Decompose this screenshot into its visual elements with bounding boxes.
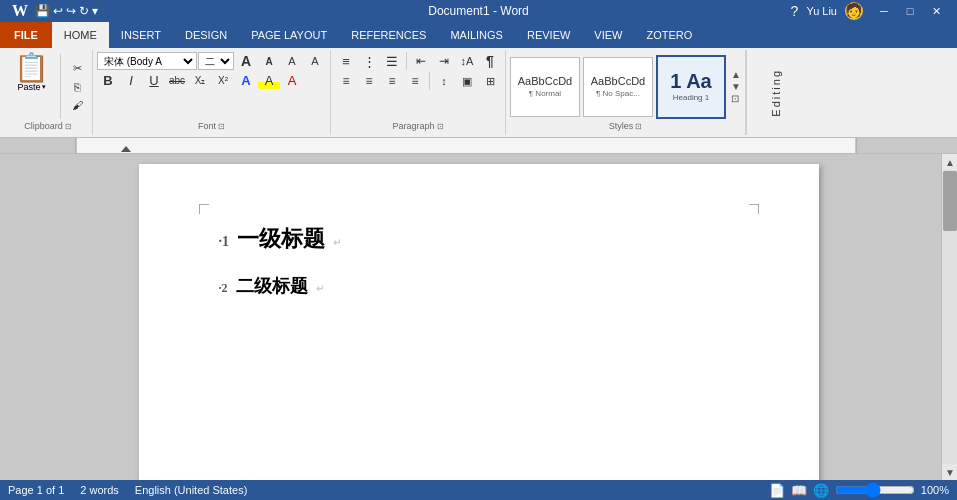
underline-button[interactable]: U bbox=[143, 71, 165, 89]
para-row1: ≡ ⋮ ☰ ⇤ ⇥ ↕A ¶ bbox=[335, 52, 501, 70]
align-left-button[interactable]: ≡ bbox=[335, 72, 357, 90]
ribbon-tabs: FILE HOME INSERT DESIGN PAGE LAYOUT REFE… bbox=[0, 22, 957, 48]
customize-quick-btn[interactable]: ▾ bbox=[92, 4, 98, 18]
tab-design[interactable]: DESIGN bbox=[173, 22, 239, 48]
styles-scroll-up[interactable]: ▲ bbox=[731, 69, 741, 80]
subscript-button[interactable]: X₂ bbox=[189, 71, 211, 89]
styles-expand-icon[interactable]: ⊡ bbox=[635, 122, 642, 131]
paste-button[interactable]: 📋 Paste ▾ bbox=[8, 52, 55, 121]
view-web-button[interactable]: 🌐 bbox=[813, 483, 829, 498]
window-controls: ─ □ ✕ bbox=[871, 0, 949, 22]
vertical-scrollbar[interactable]: ▲ ▼ bbox=[941, 154, 957, 480]
ruler-area bbox=[0, 138, 957, 154]
styles-label: Styles ⊡ bbox=[609, 121, 643, 133]
justify-button[interactable]: ≡ bbox=[404, 72, 426, 90]
minimize-button[interactable]: ─ bbox=[871, 0, 897, 22]
zoom-slider[interactable] bbox=[835, 484, 915, 496]
maximize-button[interactable]: □ bbox=[897, 0, 923, 22]
heading1-text: 一级标题 bbox=[237, 224, 325, 254]
svg-rect-1 bbox=[16, 138, 76, 153]
sort-button[interactable]: ↕A bbox=[456, 52, 478, 70]
text-highlight-button[interactable]: A bbox=[304, 52, 326, 70]
font-expand-icon[interactable]: ⊡ bbox=[218, 122, 225, 131]
style-no-spacing[interactable]: AaBbCcDd ¶ No Spac... bbox=[583, 57, 653, 117]
tab-file[interactable]: FILE bbox=[0, 22, 52, 48]
numbering-button[interactable]: ⋮ bbox=[358, 52, 380, 70]
align-center-button[interactable]: ≡ bbox=[358, 72, 380, 90]
copy-button[interactable]: ⎘ bbox=[66, 78, 88, 96]
word-count: 2 words bbox=[80, 484, 119, 496]
help-button[interactable]: ? bbox=[791, 3, 799, 19]
tab-mailings[interactable]: MAILINGS bbox=[438, 22, 515, 48]
style-nospace-name: ¶ No Spac... bbox=[596, 89, 640, 98]
bold-button[interactable]: B bbox=[97, 71, 119, 89]
line-spacing-button[interactable]: ↕ bbox=[433, 72, 455, 90]
font-format-row: B I U abc X₂ X² A A A bbox=[97, 71, 303, 89]
font-size-select[interactable]: 二号 bbox=[198, 52, 234, 70]
vertical-ruler bbox=[0, 154, 16, 480]
font-shrink-button[interactable]: A bbox=[258, 52, 280, 70]
scroll-thumb[interactable] bbox=[943, 171, 957, 231]
tab-view[interactable]: VIEW bbox=[582, 22, 634, 48]
heading2[interactable]: ·2 二级标题 ↵ bbox=[219, 274, 739, 298]
border-button[interactable]: ⊞ bbox=[479, 72, 501, 90]
superscript-button[interactable]: X² bbox=[212, 71, 234, 89]
decrease-indent-button[interactable]: ⇤ bbox=[410, 52, 432, 70]
close-button[interactable]: ✕ bbox=[923, 0, 949, 22]
style-heading1[interactable]: 1 Aa Heading 1 bbox=[656, 55, 726, 119]
format-painter-button[interactable]: 🖌 bbox=[66, 96, 88, 114]
heading1[interactable]: ·1 一级标题 ↵ bbox=[219, 224, 739, 254]
multilevel-button[interactable]: ☰ bbox=[381, 52, 403, 70]
show-formatting-button[interactable]: ¶ bbox=[479, 52, 501, 70]
tab-home[interactable]: HOME bbox=[52, 22, 109, 48]
italic-button[interactable]: I bbox=[120, 71, 142, 89]
ribbon-group-editing: Editing bbox=[746, 50, 806, 135]
page-corner-tr bbox=[749, 204, 759, 214]
paragraph-label: Paragraph ⊡ bbox=[392, 121, 443, 133]
repeat-quick-btn[interactable]: ↻ bbox=[79, 4, 89, 18]
page-container[interactable]: ·1 一级标题 ↵ ·2 二级标题 ↵ bbox=[16, 154, 941, 480]
scroll-up-button[interactable]: ▲ bbox=[942, 154, 957, 170]
tab-zotero[interactable]: ZOTERO bbox=[634, 22, 704, 48]
strikethrough-button[interactable]: abc bbox=[166, 71, 188, 89]
redo-quick-btn[interactable]: ↪ bbox=[66, 4, 76, 18]
style-heading1-preview: 1 Aa bbox=[670, 71, 712, 91]
language-indicator: English (United States) bbox=[135, 484, 248, 496]
save-quick-btn[interactable]: 💾 bbox=[35, 4, 50, 18]
style-normal-name: ¶ Normal bbox=[529, 89, 561, 98]
document-page[interactable]: ·1 一级标题 ↵ ·2 二级标题 ↵ bbox=[139, 164, 819, 480]
font-face-select[interactable]: 宋体 (Body A bbox=[97, 52, 197, 70]
font-grow-button[interactable]: A bbox=[235, 52, 257, 70]
heading2-text: 二级标题 bbox=[236, 274, 308, 298]
bullets-button[interactable]: ≡ bbox=[335, 52, 357, 70]
text-effects-button[interactable]: A bbox=[235, 71, 257, 89]
align-right-button[interactable]: ≡ bbox=[381, 72, 403, 90]
undo-quick-btn[interactable]: ↩ bbox=[53, 4, 63, 18]
styles-scroll-down[interactable]: ▼ bbox=[731, 81, 741, 92]
text-highlight2-button[interactable]: A bbox=[258, 71, 280, 89]
page-indicator: Page 1 of 1 bbox=[8, 484, 64, 496]
scroll-track[interactable] bbox=[942, 170, 957, 464]
style-normal[interactable]: AaBbCcDd ¶ Normal bbox=[510, 57, 580, 117]
paste-label: Paste bbox=[17, 82, 40, 92]
status-bar: Page 1 of 1 2 words English (United Stat… bbox=[0, 480, 957, 500]
tab-references[interactable]: REFERENCES bbox=[339, 22, 438, 48]
tab-page-layout[interactable]: PAGE LAYOUT bbox=[239, 22, 339, 48]
scroll-down-button[interactable]: ▼ bbox=[942, 464, 957, 480]
cut-button[interactable]: ✂ bbox=[66, 60, 88, 78]
tab-insert[interactable]: INSERT bbox=[109, 22, 173, 48]
zoom-level: 100% bbox=[921, 484, 949, 496]
styles-expand[interactable]: ⊡ bbox=[731, 93, 741, 104]
paragraph-expand-icon[interactable]: ⊡ bbox=[437, 122, 444, 131]
clipboard-expand-icon[interactable]: ⊡ bbox=[65, 122, 72, 131]
shading-button[interactable]: ▣ bbox=[456, 72, 478, 90]
window-title: Document1 - Word bbox=[428, 4, 528, 18]
clear-format-button[interactable]: A bbox=[281, 52, 303, 70]
view-reading-button[interactable]: 📖 bbox=[791, 483, 807, 498]
heading1-num: ·1 bbox=[219, 234, 230, 250]
increase-indent-button[interactable]: ⇥ bbox=[433, 52, 455, 70]
tab-review[interactable]: REVIEW bbox=[515, 22, 582, 48]
font-color-button[interactable]: A bbox=[281, 71, 303, 89]
paste-arrow: ▾ bbox=[42, 83, 46, 91]
view-normal-button[interactable]: 📄 bbox=[769, 483, 785, 498]
